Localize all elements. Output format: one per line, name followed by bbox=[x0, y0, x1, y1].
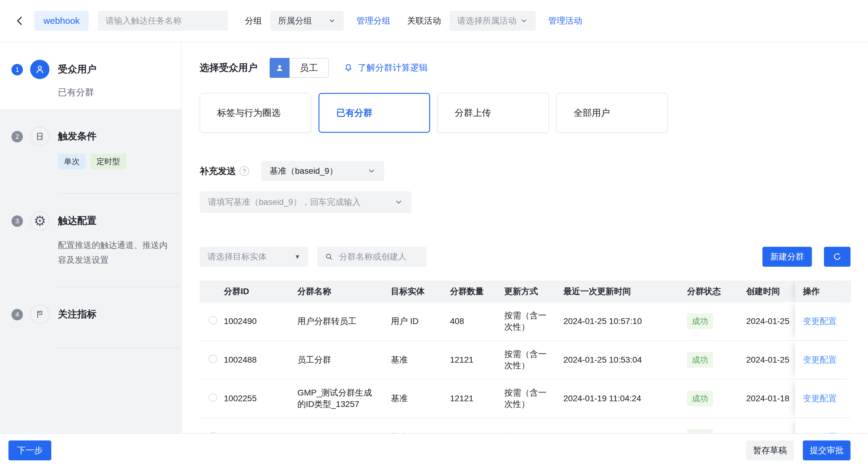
table-header: 分群ID 分群名称 目标实体 分群数量 更新方式 最近一次更新时间 分群状态 创… bbox=[200, 281, 851, 302]
tab-existing-segment[interactable]: 已有分群 bbox=[318, 93, 430, 133]
back-button[interactable] bbox=[13, 13, 27, 28]
bell-icon bbox=[343, 63, 353, 73]
cell-created-time: 2024-01-25 bbox=[746, 355, 795, 365]
flag-icon bbox=[30, 305, 50, 324]
cell-target-entity: 用户 ID bbox=[391, 316, 450, 327]
tab-label: 已有分群 bbox=[336, 107, 372, 119]
change-config-link[interactable]: 变更配置 bbox=[803, 354, 837, 366]
refresh-button[interactable] bbox=[824, 247, 850, 267]
entity-segment-control[interactable]: 员工 bbox=[270, 58, 329, 78]
group-select-value: 所属分组 bbox=[278, 15, 312, 27]
cell-last-update-time: 2024-01-25 10:53:04 bbox=[563, 355, 687, 365]
chevron-down-icon bbox=[520, 17, 528, 25]
manage-group-link[interactable]: 管理分组 bbox=[356, 15, 390, 27]
status-badge: 成功 bbox=[687, 352, 713, 368]
cell-segment-id: 1002255 bbox=[224, 394, 298, 403]
learn-segment-logic-link[interactable]: 了解分群计算逻辑 bbox=[343, 62, 428, 74]
tab-tag-behavior[interactable]: 标签与行为圈选 bbox=[200, 93, 311, 133]
footer-bar: 下一步 暂存草稿 提交审批 bbox=[0, 433, 868, 467]
activity-label: 关联活动 bbox=[407, 15, 441, 27]
back-icon bbox=[14, 15, 25, 26]
main-content: 选择受众用户 员工 bbox=[182, 42, 868, 467]
user-avatar-icon bbox=[30, 60, 50, 79]
audience-section-title: 选择受众用户 bbox=[200, 61, 257, 74]
step-number: 2 bbox=[11, 131, 23, 143]
header-created-time: 创建时间 bbox=[746, 286, 795, 297]
steps-sidebar: 1 受众用户 已有分群 2 bbox=[0, 42, 182, 467]
cell-segment-name: GMP_测试分群生成的ID类型_13257 bbox=[298, 387, 391, 410]
help-icon[interactable]: ? bbox=[240, 166, 249, 176]
change-config-link[interactable]: 变更配置 bbox=[803, 316, 837, 327]
base-value-input[interactable]: 请填写基准（baseid_9），回车完成输入 bbox=[200, 191, 411, 213]
step-description: 配置推送的触达通道、推送内容及发送设置 bbox=[58, 238, 172, 267]
manage-activity-link[interactable]: 管理活动 bbox=[548, 15, 582, 27]
table-row: 1002488 员工分群 基准 12121 按需（含一次性） 2024-01-2… bbox=[200, 341, 851, 379]
person-icon bbox=[270, 58, 289, 78]
group-select[interactable]: 所属分组 bbox=[270, 11, 344, 31]
cell-segment-count: 12121 bbox=[450, 394, 504, 403]
cell-created-time: 2024-01-25 bbox=[746, 316, 795, 326]
segment-search-input[interactable] bbox=[339, 252, 448, 261]
cell-last-update-time: 2024-01-19 11:04:24 bbox=[563, 394, 687, 403]
new-segment-button[interactable]: 新建分群 bbox=[763, 247, 812, 267]
target-entity-select[interactable]: 请选择目标实体 ▼ bbox=[200, 247, 308, 267]
segment-table: 分群ID 分群名称 目标实体 分群数量 更新方式 最近一次更新时间 分群状态 创… bbox=[200, 281, 851, 457]
topbar: webhook 分组 所属分组 管理分组 关联活动 请选择所属活动 管理活动 bbox=[0, 0, 868, 42]
task-type-label: webhook bbox=[43, 16, 80, 26]
table-row: 1002490 用户分群转员工 用户 ID 408 按需（含一次性） 2024-… bbox=[200, 302, 851, 341]
cell-target-entity: 基准 bbox=[391, 393, 450, 404]
header-last-update-time: 最近一次更新时间 bbox=[563, 286, 687, 297]
step-number: 3 bbox=[11, 215, 23, 227]
sidebar-step-config[interactable]: 3 ⚙ 触达配置 配置推送的触达通道、推送内容及发送设置 bbox=[0, 194, 181, 287]
base-id-select[interactable]: 基准（baseid_9） bbox=[261, 161, 384, 181]
base-input-placeholder: 请填写基准（baseid_9），回车完成输入 bbox=[208, 196, 361, 208]
segment-search-box[interactable] bbox=[317, 247, 427, 267]
activity-select[interactable]: 请选择所属活动 bbox=[450, 11, 536, 31]
row-radio[interactable] bbox=[209, 316, 217, 324]
next-step-button[interactable]: 下一步 bbox=[8, 440, 51, 460]
submit-approval-button[interactable]: 提交审批 bbox=[803, 440, 850, 460]
chevron-down-icon bbox=[395, 198, 403, 206]
trigger-tag-once: 单次 bbox=[58, 154, 86, 169]
tab-segment-upload[interactable]: 分群上传 bbox=[437, 93, 549, 133]
step-title: 触达配置 bbox=[58, 214, 172, 227]
sidebar-step-audience[interactable]: 1 受众用户 已有分群 bbox=[0, 42, 181, 109]
page: webhook 分组 所属分组 管理分组 关联活动 请选择所属活动 管理活动 1 bbox=[0, 0, 868, 467]
trigger-condition-icon bbox=[30, 127, 50, 146]
task-name-input[interactable] bbox=[98, 11, 228, 31]
cell-last-update-time: 2024-01-25 10:57:10 bbox=[563, 316, 687, 326]
header-segment-status: 分群状态 bbox=[687, 286, 746, 297]
tab-label: 标签与行为圈选 bbox=[217, 107, 280, 119]
chevron-down-icon bbox=[328, 17, 336, 25]
save-draft-button[interactable]: 暂存草稿 bbox=[746, 440, 794, 460]
cell-segment-count: 408 bbox=[450, 316, 504, 326]
group-label: 分组 bbox=[245, 15, 262, 27]
status-badge: 成功 bbox=[687, 313, 713, 329]
step-title: 受众用户 bbox=[58, 63, 96, 76]
header-segment-name: 分群名称 bbox=[298, 286, 391, 297]
cell-segment-id: 1002490 bbox=[224, 316, 298, 326]
step-divider bbox=[57, 347, 181, 348]
header-update-mode: 更新方式 bbox=[504, 286, 563, 297]
change-config-link[interactable]: 变更配置 bbox=[803, 393, 837, 404]
cell-segment-count: 12121 bbox=[450, 355, 504, 365]
step-number: 4 bbox=[11, 309, 23, 320]
base-id-select-value: 基准（baseid_9） bbox=[270, 165, 338, 177]
cell-segment-name: 员工分群 bbox=[298, 354, 391, 366]
activity-select-value: 请选择所属活动 bbox=[457, 15, 516, 27]
cell-update-mode: 按需（含一次性） bbox=[504, 310, 563, 333]
table-row: 1002255 GMP_测试分群生成的ID类型_13257 基准 12121 按… bbox=[200, 379, 851, 418]
sidebar-step-trigger[interactable]: 2 触发条件 单次 定时型 bbox=[0, 109, 181, 193]
target-entity-placeholder: 请选择目标实体 bbox=[208, 251, 267, 262]
step-number: 1 bbox=[11, 64, 23, 75]
entity-segment-label: 员工 bbox=[289, 58, 329, 78]
cell-update-mode: 按需（含一次性） bbox=[504, 387, 563, 410]
refresh-icon bbox=[832, 252, 842, 262]
row-radio[interactable] bbox=[209, 394, 217, 402]
cell-segment-name: 用户分群转员工 bbox=[298, 316, 391, 327]
search-icon bbox=[324, 252, 334, 261]
tab-label: 全部用户 bbox=[574, 107, 610, 119]
tab-all-users[interactable]: 全部用户 bbox=[556, 93, 668, 133]
sidebar-step-metrics[interactable]: 4 关注指标 bbox=[0, 287, 181, 347]
row-radio[interactable] bbox=[209, 355, 217, 363]
